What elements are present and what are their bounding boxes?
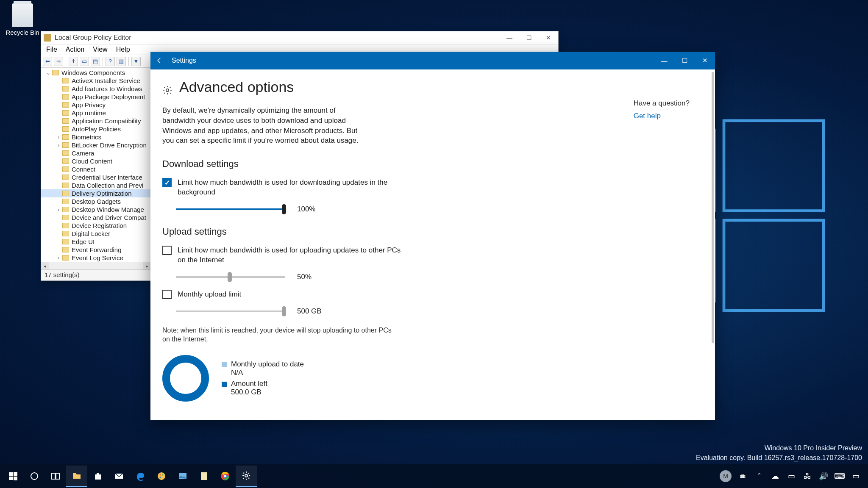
svg-point-9 [31,473,38,480]
store-button[interactable] [87,466,108,487]
chrome-button[interactable] [214,466,236,487]
tree-item-label: Application Compatibility [72,117,141,125]
properties-button[interactable]: ▥ [117,57,126,66]
expand-icon[interactable]: › [56,207,61,213]
pictures-button[interactable] [172,466,193,487]
tree-item[interactable]: Event Forwarding [41,246,151,254]
tree-item[interactable]: Delivery Optimization [41,189,151,197]
gpedit-tree[interactable]: ⌄ Windows Components ActiveX Installer S… [41,69,151,269]
tree-item[interactable]: Edge UI [41,238,151,246]
svg-point-21 [224,475,226,477]
gpedit-close-button[interactable]: ✕ [539,31,558,44]
collapse-icon[interactable]: ⌄ [45,70,51,76]
expand-icon[interactable]: › [56,142,61,148]
tree-item-label: Data Collection and Previ [72,182,143,189]
onedrive-icon[interactable]: ☁ [771,471,780,481]
tree-item[interactable]: App Package Deployment [41,93,151,101]
tree-item[interactable]: ›Biometrics [41,133,151,141]
recycle-bin-icon[interactable]: Recycle Bin [3,3,42,36]
settings-taskbar-button[interactable] [236,466,257,487]
volume-icon[interactable]: 🔊 [819,471,828,481]
user-avatar[interactable]: M [720,470,732,482]
tray-chevron-icon[interactable]: ˄ [754,471,764,481]
cortana-button[interactable] [24,466,45,487]
folder-icon [62,255,69,261]
tree-item-label: Delivery Optimization [72,190,132,197]
monthly-limit-checkbox[interactable]: Monthly upload limit [162,290,703,299]
svg-rect-11 [56,473,59,479]
tree-item[interactable]: Credential User Interface [41,173,151,181]
expand-icon[interactable]: › [56,255,61,261]
action-center-icon[interactable]: ▭ [851,471,860,481]
tree-root-label[interactable]: Windows Components [61,69,125,76]
paint-button[interactable] [151,466,172,487]
tree-item[interactable]: ›Event Log Service [41,254,151,262]
tree-hscroll[interactable]: ◂ ▸ [41,262,151,269]
tree-item[interactable]: Connect [41,165,151,173]
export-button[interactable]: ▤ [91,57,100,66]
scroll-left-icon[interactable]: ◂ [41,262,49,269]
upload-limit-slider[interactable]: 50% [176,273,703,281]
legend-uploaded-label: Monthly upload to date [231,360,304,369]
task-view-button[interactable] [45,466,66,487]
up-button[interactable]: ⬆ [69,57,78,66]
menu-action[interactable]: Action [61,46,89,53]
folder-icon [62,199,69,204]
download-limit-slider[interactable]: 100% [176,205,703,214]
nav-back-button[interactable]: ⬅ [43,57,52,66]
menu-help[interactable]: Help [112,46,134,53]
taskbar: M ⩩ ˄ ☁ ▭ 🖧 🔊 ⌨ ▭ [0,464,868,488]
menu-view[interactable]: View [89,46,111,53]
tree-item[interactable]: App Privacy [41,101,151,109]
settings-scrollbar[interactable] [712,72,714,343]
tree-item[interactable]: Cloud Content [41,157,151,165]
help-button[interactable]: ? [106,57,115,66]
network-icon[interactable]: 🖧 [803,471,812,481]
tree-item[interactable]: Camera [41,149,151,157]
monthly-limit-slider[interactable]: 500 GB [176,307,703,316]
tree-item-label: Digital Locker [72,230,110,237]
filter-button[interactable]: ▼ [131,57,141,66]
tree-item[interactable]: Device and Driver Compat [41,214,151,222]
tree-item[interactable]: ›BitLocker Drive Encryption [41,141,151,149]
gpedit-maximize-button[interactable]: ☐ [519,31,539,44]
show-hide-tree-button[interactable]: ▭ [80,57,89,66]
tree-item-label: Camera [72,150,94,157]
tree-item[interactable]: Data Collection and Previ [41,181,151,189]
tree-item[interactable]: AutoPlay Policies [41,125,151,133]
upload-limit-checkbox[interactable]: Limit how much bandwidth is used for upl… [162,246,703,265]
keyboard-icon[interactable]: ⌨ [835,471,844,481]
nav-forward-button[interactable]: ➡ [54,57,63,66]
scroll-right-icon[interactable]: ▸ [143,262,151,269]
people-icon[interactable]: ⩩ [738,471,748,481]
tree-item[interactable]: App runtime [41,109,151,117]
battery-icon[interactable]: ▭ [787,471,796,481]
start-button[interactable] [3,466,24,487]
settings-maximize-button[interactable]: ☐ [674,52,695,69]
file-explorer-button[interactable] [66,466,87,487]
upload-percent-value: 50% [297,273,312,281]
notepad-button[interactable] [193,466,214,487]
tree-item[interactable]: Desktop Gadgets [41,197,151,205]
settings-close-button[interactable]: ✕ [695,52,715,69]
get-help-link[interactable]: Get help [634,112,690,120]
tree-item[interactable]: ›Desktop Window Manage [41,205,151,214]
expand-icon[interactable]: › [56,134,61,140]
folder-icon [62,231,69,236]
gpedit-minimize-button[interactable]: — [500,31,519,44]
tree-item[interactable]: Add features to Windows [41,85,151,93]
tree-item[interactable]: Digital Locker [41,230,151,238]
tree-item[interactable]: Device Registration [41,222,151,230]
back-button[interactable] [150,52,168,69]
svg-point-4 [166,89,169,91]
menu-file[interactable]: File [42,46,61,53]
settings-minimize-button[interactable]: — [654,52,674,69]
edge-button[interactable] [130,466,151,487]
tree-item-label: AutoPlay Policies [72,125,121,133]
gpedit-titlebar[interactable]: Local Group Policy Editor — ☐ ✕ [41,31,558,44]
settings-titlebar[interactable]: Settings — ☐ ✕ [150,52,715,69]
tree-item[interactable]: Application Compatibility [41,117,151,125]
mail-button[interactable] [108,466,130,487]
download-limit-checkbox[interactable]: ✓ Limit how much bandwidth is used for d… [162,178,703,197]
tree-item[interactable]: ActiveX Installer Service [41,77,151,85]
